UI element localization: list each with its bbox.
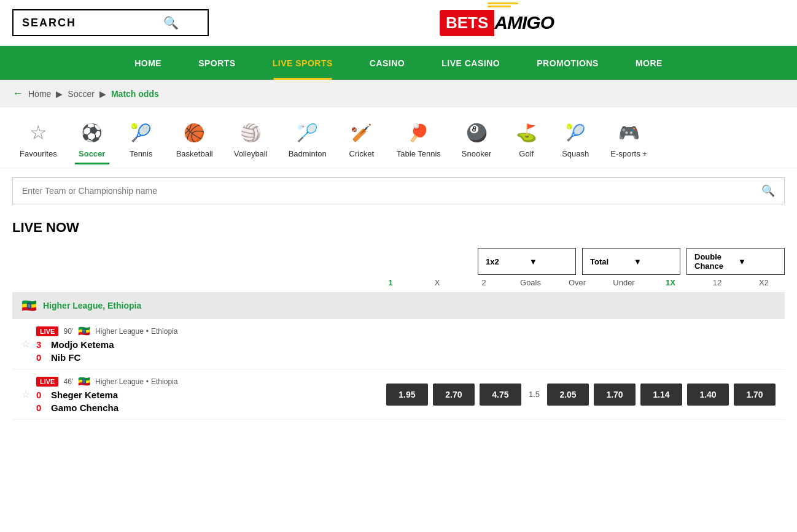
col-header-over: Over xyxy=(556,278,598,287)
deco-line-2 xyxy=(488,6,511,7)
nav-sports[interactable]: SPORTS xyxy=(180,46,254,80)
odd-btn-1x2-x[interactable]: 2.70 xyxy=(433,384,475,406)
tab-badminton[interactable]: 🏸 Badminton xyxy=(281,117,334,164)
tab-squash[interactable]: 🎾 Squash xyxy=(554,117,597,164)
team-search-input[interactable] xyxy=(22,186,761,196)
match-2-odds: 1.95 2.70 4.75 1.5 2.05 1.70 1.14 1.40 1… xyxy=(386,384,776,406)
squash-icon: 🎾 xyxy=(562,120,588,145)
col-header-12: 12 xyxy=(696,278,738,287)
col-headers-row: 1 X 2 Goals Over Under 1X 12 X2 xyxy=(12,278,785,292)
esports-icon: 🎮 xyxy=(616,120,642,145)
nav-casino[interactable]: CASINO xyxy=(351,46,423,80)
col-header-under: Under xyxy=(603,278,645,287)
basketball-icon: 🏀 xyxy=(182,120,208,145)
tab-table-tennis-label: Table Tennis xyxy=(397,149,441,158)
logo-inner: BETS AMIGO xyxy=(440,10,554,36)
match-1-flag: 🇪🇹 xyxy=(78,325,90,337)
match-2-flag: 🇪🇹 xyxy=(78,376,90,387)
favourites-icon: ☆ xyxy=(25,120,51,145)
breadcrumb: ← Home ▶ Soccer ▶ Match odds xyxy=(0,80,797,107)
tab-basketball[interactable]: 🏀 Basketball xyxy=(169,117,220,164)
match-1-info: LIVE 90' 🇪🇹 Higher League • Ethiopia 3 M… xyxy=(36,325,776,363)
match-1-team-2-name: Nib FC xyxy=(51,352,80,363)
nav-promotions[interactable]: PROMOTIONS xyxy=(518,46,617,80)
dropdown-dc-arrow: ▼ xyxy=(738,257,777,266)
logo-area: BETS AMIGO xyxy=(209,10,785,36)
breadcrumb-arrow-2: ▶ xyxy=(99,89,106,99)
dropdown-total[interactable]: Total ▼ xyxy=(582,248,680,275)
odd-btn-1x2-2[interactable]: 4.75 xyxy=(480,384,521,406)
match-2-team-1-row: 0 Sheger Ketema xyxy=(36,390,380,400)
dropdown-1x2[interactable]: 1x2 ▼ xyxy=(478,248,576,275)
match-1-league: Higher League • Ethiopia xyxy=(95,327,177,336)
tab-table-tennis[interactable]: 🏓 Table Tennis xyxy=(389,117,448,164)
odd-btn-over[interactable]: 2.05 xyxy=(547,384,589,406)
col-header-1x: 1X xyxy=(650,278,691,287)
search-input[interactable] xyxy=(22,17,157,29)
match-row-1: ☆ LIVE 90' 🇪🇹 Higher League • Ethiopia 3… xyxy=(12,319,785,369)
soccer-icon: ⚽ xyxy=(79,120,105,145)
odd-btn-dc-1x[interactable]: 1.14 xyxy=(640,384,682,406)
volleyball-icon: 🏐 xyxy=(238,120,263,145)
col-header-1: 1 xyxy=(370,278,411,287)
match-1-team-1-score: 3 xyxy=(36,339,46,350)
logo-bets: BETS xyxy=(440,10,494,36)
dropdown-double-chance[interactable]: Double Chance ▼ xyxy=(686,248,785,275)
dropdown-dc-label: Double Chance xyxy=(694,252,733,271)
nav-live-casino[interactable]: LIVE CASINO xyxy=(423,46,518,80)
tab-snooker[interactable]: 🎱 Snooker xyxy=(454,117,499,164)
sports-tabs: ☆ Favourites ⚽ Soccer 🎾 Tennis 🏀 Basketb… xyxy=(0,107,797,168)
tab-soccer[interactable]: ⚽ Soccer xyxy=(71,117,114,164)
breadcrumb-current: Match odds xyxy=(111,89,159,99)
match-2-league: Higher League • Ethiopia xyxy=(95,377,177,386)
breadcrumb-back[interactable]: ← xyxy=(12,87,23,100)
col-header-2: 2 xyxy=(463,278,505,287)
match-1-team-2-score: 0 xyxy=(36,352,46,363)
match-1-team-1-row: 3 Modjo Ketema xyxy=(36,339,776,350)
team-search-bar: 🔍 xyxy=(12,177,785,204)
dropdown-total-label: Total xyxy=(590,257,629,266)
team-search-icon: 🔍 xyxy=(761,184,775,198)
tab-volleyball[interactable]: 🏐 Volleyball xyxy=(227,117,275,164)
tab-esports-label: E-sports + xyxy=(610,149,647,158)
match-2-star[interactable]: ☆ xyxy=(21,388,30,400)
table-tennis-icon: 🏓 xyxy=(406,120,432,145)
tab-soccer-label: Soccer xyxy=(79,149,105,158)
match-2-team-1-name: Sheger Ketema xyxy=(51,390,118,400)
tab-esports[interactable]: 🎮 E-sports + xyxy=(603,117,655,164)
snooker-icon: 🎱 xyxy=(464,120,489,145)
search-box[interactable]: 🔍 xyxy=(12,9,209,36)
match-2-live-badge: LIVE xyxy=(36,377,58,387)
dropdown-1x2-label: 1x2 xyxy=(486,257,524,266)
tab-golf-label: Golf xyxy=(519,149,534,158)
tennis-icon: 🎾 xyxy=(128,120,154,145)
match-2-team-2-row: 0 Gamo Chencha xyxy=(36,403,380,413)
match-2-team-2-score: 0 xyxy=(36,403,46,413)
match-1-star[interactable]: ☆ xyxy=(21,338,30,350)
header: 🔍 BETS AMIGO xyxy=(0,0,797,46)
odd-btn-dc-12[interactable]: 1.40 xyxy=(687,384,729,406)
nav-live-sports[interactable]: LIVE SPORTS xyxy=(254,46,351,80)
match-2-info: LIVE 46' 🇪🇹 Higher League • Ethiopia 0 S… xyxy=(36,376,380,413)
tab-cricket[interactable]: 🏏 Cricket xyxy=(340,117,383,164)
col-header-x: X xyxy=(416,278,458,287)
live-now-title: LIVE NOW xyxy=(12,220,785,236)
tab-tennis[interactable]: 🎾 Tennis xyxy=(120,117,163,164)
nav-home[interactable]: HOME xyxy=(116,46,180,80)
breadcrumb-home[interactable]: Home xyxy=(28,89,51,99)
tab-favourites[interactable]: ☆ Favourites xyxy=(12,117,64,164)
league-name: Higher League, Ethiopia xyxy=(43,301,141,310)
tab-favourites-label: Favourites xyxy=(20,149,57,158)
golf-icon: ⛳ xyxy=(513,120,539,145)
tab-golf[interactable]: ⛳ Golf xyxy=(505,117,548,164)
breadcrumb-arrow-1: ▶ xyxy=(56,89,63,99)
badminton-icon: 🏸 xyxy=(295,120,321,145)
match-2-header: LIVE 46' 🇪🇹 Higher League • Ethiopia xyxy=(36,376,380,387)
odd-btn-dc-x2[interactable]: 1.70 xyxy=(734,384,776,406)
nav-more[interactable]: MORE xyxy=(617,46,681,80)
ethiopia-flag: 🇪🇹 xyxy=(21,298,37,313)
odd-btn-1x2-1[interactable]: 1.95 xyxy=(386,384,428,406)
odd-btn-under[interactable]: 1.70 xyxy=(594,384,636,406)
tab-tennis-label: Tennis xyxy=(130,149,153,158)
breadcrumb-soccer[interactable]: Soccer xyxy=(68,89,95,99)
